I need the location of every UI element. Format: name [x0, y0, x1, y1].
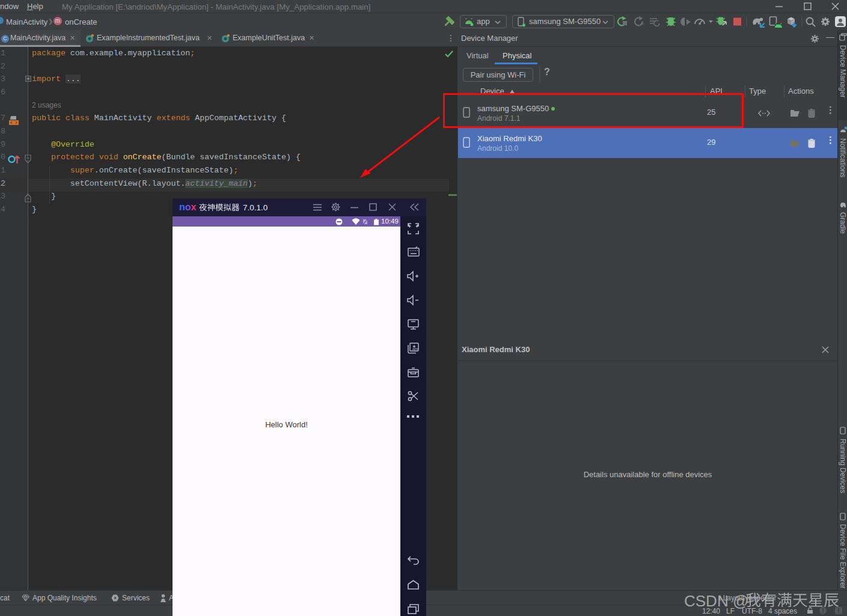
svg-text:APK: APK [412, 347, 419, 351]
svg-text:A: A [640, 20, 644, 26]
